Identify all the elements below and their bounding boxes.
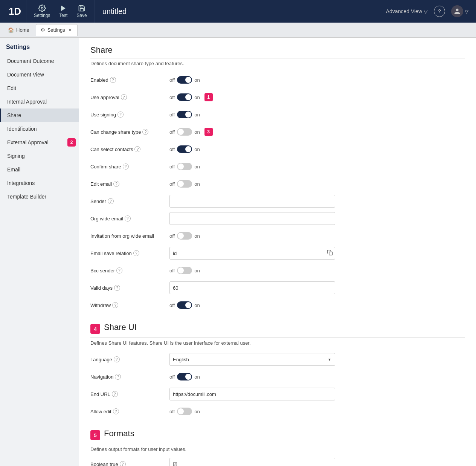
- invitation-from-org-wide-email-toggle[interactable]: [177, 232, 192, 240]
- user-chevron-icon: ▽: [465, 9, 468, 14]
- org-wide-email-help-icon[interactable]: ?: [125, 215, 131, 222]
- use-signing-help-icon[interactable]: ?: [117, 112, 124, 118]
- language-help-icon[interactable]: ?: [114, 356, 120, 362]
- tab-settings[interactable]: ⚙ Settings ✕: [36, 24, 78, 36]
- bcc-sender-row: Bcc sender ? off on: [90, 264, 465, 277]
- use-approval-row: Use approval ? off on 1: [90, 90, 465, 104]
- main-layout: Settings Document Outcome Document View …: [0, 38, 476, 466]
- content-area: Share Defines document share type and fe…: [79, 38, 476, 466]
- allow-edit-help-icon[interactable]: ?: [113, 408, 119, 414]
- end-url-help-icon[interactable]: ?: [112, 391, 118, 397]
- bcc-sender-help-icon[interactable]: ?: [116, 267, 122, 273]
- advanced-view-button[interactable]: Advanced View ▽: [386, 8, 428, 14]
- toolbar-right: Advanced View ▽ ? ▽: [386, 5, 472, 17]
- sidebar-item-edit[interactable]: Edit: [0, 81, 79, 95]
- edit-email-toggle[interactable]: [177, 180, 192, 188]
- valid-days-help-icon[interactable]: ?: [114, 285, 120, 291]
- tab-bar: 🏠 Home ⚙ Settings ✕: [0, 23, 476, 38]
- bcc-sender-toggle[interactable]: [177, 267, 192, 274]
- email-save-relation-icon-btn[interactable]: [327, 250, 333, 257]
- confirm-share-label: Confirm share ?: [90, 163, 169, 170]
- sidebar-item-template-builder[interactable]: Template Builder: [0, 190, 79, 203]
- sidebar-item-external-approval[interactable]: External Approval 2: [0, 136, 79, 149]
- sidebar-item-document-view[interactable]: Document View: [0, 68, 79, 81]
- settings-button[interactable]: Settings: [30, 2, 54, 20]
- use-approval-help-icon[interactable]: ?: [121, 94, 127, 100]
- navigation-label: Navigation ?: [90, 374, 169, 380]
- can-select-contacts-toggle-group: off on: [169, 145, 465, 153]
- share-section-desc: Defines document share type and features…: [90, 61, 465, 66]
- confirm-share-control: off on: [169, 163, 465, 170]
- tab-settings-label: Settings: [47, 27, 65, 33]
- sidebar-item-internal-approval[interactable]: Internal Approval: [0, 95, 79, 108]
- navigation-toggle[interactable]: [177, 373, 192, 380]
- confirm-share-help-icon[interactable]: ?: [123, 163, 129, 170]
- boolean-true-input[interactable]: [169, 458, 335, 466]
- help-icon: ?: [438, 8, 441, 14]
- end-url-input[interactable]: [169, 388, 335, 400]
- can-select-contacts-row: Can select contacts ? off on: [90, 142, 465, 156]
- invitation-from-org-wide-email-control: off on: [169, 232, 465, 240]
- sidebar-item-integrations[interactable]: Integrations: [0, 176, 79, 190]
- document-title: untitled: [95, 7, 386, 16]
- tab-home-label: Home: [16, 27, 29, 33]
- allow-edit-toggle[interactable]: [177, 408, 192, 415]
- edit-email-label: Edit email ?: [90, 181, 169, 187]
- test-button[interactable]: Test: [55, 2, 71, 20]
- valid-days-control: [169, 281, 465, 294]
- svg-marker-1: [61, 6, 66, 11]
- sidebar-item-share[interactable]: Share: [0, 108, 79, 122]
- tab-home[interactable]: 🏠 Home: [3, 24, 34, 36]
- sender-label: Sender ?: [90, 198, 169, 204]
- allow-edit-row: Allow edit ? off on: [90, 405, 465, 418]
- navigation-help-icon[interactable]: ?: [115, 374, 121, 380]
- use-approval-toggle[interactable]: [177, 93, 192, 101]
- withdraw-help-icon[interactable]: ?: [112, 302, 118, 308]
- sidebar-item-document-outcome[interactable]: Document Outcome: [0, 54, 79, 68]
- enabled-control: off on: [169, 76, 465, 84]
- user-menu-button[interactable]: ▽: [451, 5, 468, 17]
- play-icon: [60, 5, 67, 12]
- navigation-toggle-group: off on: [169, 373, 465, 380]
- can-select-contacts-help-icon[interactable]: ?: [134, 146, 140, 152]
- save-button[interactable]: Save: [73, 2, 90, 20]
- help-button[interactable]: ?: [434, 6, 445, 17]
- boolean-true-control: [169, 458, 465, 466]
- sidebar-item-identification[interactable]: Identification: [0, 122, 79, 136]
- email-save-relation-input[interactable]: [169, 247, 335, 260]
- sender-input[interactable]: [169, 195, 335, 208]
- can-change-share-type-row: Can change share type ? off on 3: [90, 125, 465, 139]
- end-url-label: End URL ?: [90, 391, 169, 397]
- language-select-wrapper: English Spanish French German: [169, 353, 335, 366]
- sender-control: [169, 195, 465, 208]
- sidebar-item-signing[interactable]: Signing: [0, 149, 79, 163]
- edit-email-row: Edit email ? off on: [90, 177, 465, 191]
- can-change-help-icon[interactable]: ?: [142, 129, 148, 135]
- org-wide-email-input[interactable]: [169, 212, 335, 225]
- boolean-true-label: Boolean true ?: [90, 461, 169, 466]
- share-section: Share Defines document share type and fe…: [90, 45, 465, 312]
- email-save-relation-help-icon[interactable]: ?: [133, 250, 139, 256]
- tab-close-button[interactable]: ✕: [67, 28, 73, 33]
- sidebar-item-email[interactable]: Email: [0, 163, 79, 176]
- use-signing-toggle[interactable]: [177, 111, 192, 118]
- external-approval-badge: 2: [67, 138, 76, 147]
- valid-days-input[interactable]: [169, 281, 335, 294]
- withdraw-toggle[interactable]: [177, 301, 192, 309]
- confirm-share-toggle[interactable]: [177, 163, 192, 170]
- bcc-sender-control: off on: [169, 267, 465, 274]
- boolean-true-help-icon[interactable]: ?: [120, 461, 126, 466]
- settings-btn-label: Settings: [34, 13, 50, 18]
- edit-email-help-icon[interactable]: ?: [113, 181, 119, 187]
- use-signing-label: Use signing ?: [90, 112, 169, 118]
- enabled-toggle[interactable]: [177, 76, 192, 84]
- can-select-contacts-toggle[interactable]: [177, 145, 192, 153]
- sender-help-icon[interactable]: ?: [108, 198, 114, 204]
- can-change-share-type-toggle[interactable]: [177, 128, 192, 136]
- home-icon: 🏠: [8, 27, 14, 33]
- language-select[interactable]: English Spanish French German: [169, 353, 335, 366]
- edit-email-toggle-group: off on: [169, 180, 465, 188]
- valid-days-row: Valid days ?: [90, 281, 465, 295]
- share-ui-section-desc: Defines Share UI features. Share UI is t…: [90, 340, 465, 346]
- enabled-help-icon[interactable]: ?: [110, 77, 116, 83]
